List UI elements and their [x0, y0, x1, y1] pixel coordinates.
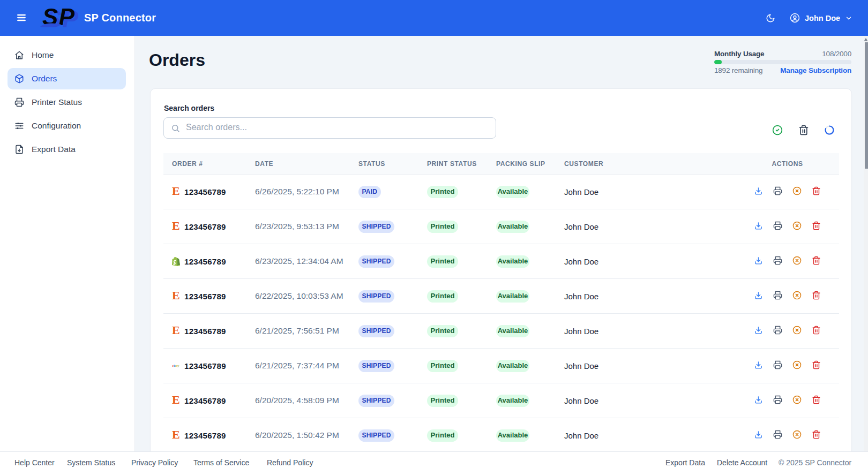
svg-text:y: y — [177, 364, 179, 367]
